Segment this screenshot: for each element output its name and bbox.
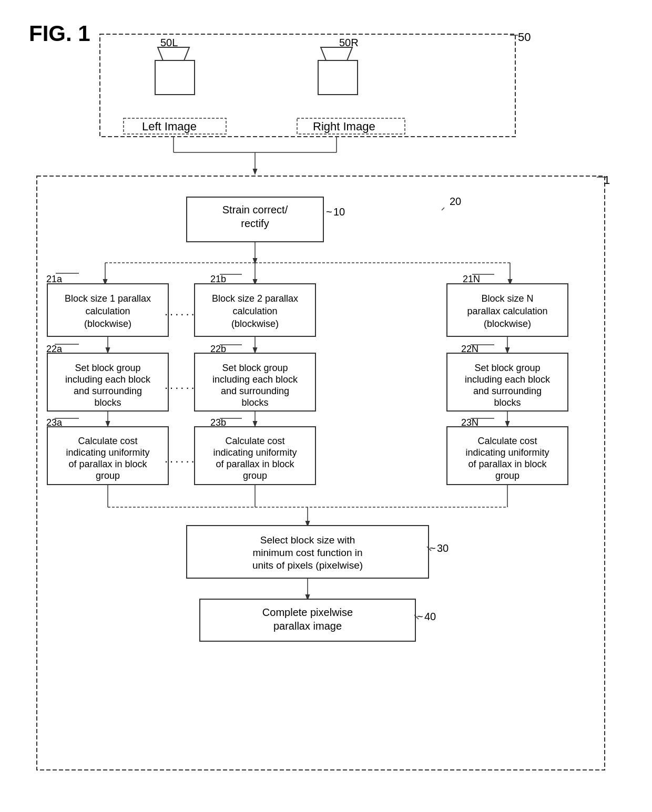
svg-line-24	[442, 208, 444, 210]
svg-text:Right Image: Right Image	[313, 120, 375, 133]
svg-rect-41	[47, 427, 168, 485]
svg-text:10: 10	[333, 206, 345, 218]
svg-rect-63	[447, 427, 568, 485]
svg-text:Block size 1 parallax: Block size 1 parallax	[65, 293, 151, 304]
svg-line-80	[414, 615, 419, 619]
svg-text:group: group	[243, 470, 267, 481]
svg-text:21b: 21b	[210, 274, 226, 284]
svg-text:Calculate cost: Calculate cost	[477, 436, 537, 446]
svg-text:indicating uniformity: indicating uniformity	[465, 447, 549, 458]
svg-text:and surrounding: and surrounding	[74, 386, 142, 396]
svg-line-75	[427, 547, 431, 551]
svg-rect-52	[195, 427, 315, 485]
svg-text:(blockwise): (blockwise)	[84, 318, 131, 329]
svg-text:23a: 23a	[46, 417, 63, 428]
svg-text:Set block group: Set block group	[474, 363, 540, 373]
svg-text:of parallax in block: of parallax in block	[468, 459, 547, 469]
svg-text:parallax image: parallax image	[273, 620, 342, 632]
svg-text:......: ......	[165, 305, 197, 318]
svg-text:indicating uniformity: indicating uniformity	[213, 447, 297, 458]
svg-text:(blockwise): (blockwise)	[231, 318, 279, 329]
svg-text:~: ~	[417, 611, 423, 622]
svg-text:including each block: including each block	[465, 374, 551, 385]
svg-text:minimum cost function in: minimum cost function in	[252, 547, 362, 558]
svg-rect-77	[200, 599, 415, 641]
svg-rect-12	[297, 118, 405, 134]
svg-text:calculation: calculation	[85, 306, 130, 316]
svg-rect-4	[155, 60, 195, 95]
svg-text:group: group	[96, 470, 120, 481]
svg-text:Set block group: Set block group	[222, 363, 288, 373]
svg-text:......: ......	[165, 378, 197, 392]
svg-text:50: 50	[518, 30, 531, 44]
svg-text:22b: 22b	[210, 344, 226, 354]
svg-rect-7	[318, 60, 358, 95]
svg-text:50R: 50R	[339, 37, 359, 48]
svg-rect-44	[195, 284, 315, 336]
svg-text:40: 40	[424, 611, 436, 622]
svg-marker-3	[158, 47, 189, 60]
svg-text:Calculate cost: Calculate cost	[225, 436, 284, 446]
svg-rect-72	[187, 526, 429, 578]
svg-rect-0	[100, 34, 515, 137]
svg-text:Set block group: Set block group	[75, 363, 140, 373]
svg-text:......: ......	[165, 452, 197, 465]
svg-text:21a: 21a	[46, 274, 63, 284]
svg-text:and surrounding: and surrounding	[221, 386, 289, 396]
svg-text:Block size N: Block size N	[481, 293, 533, 304]
svg-text:including each block: including each block	[212, 374, 298, 385]
svg-rect-33	[47, 284, 168, 336]
figure-label: FIG. 1	[29, 21, 90, 46]
svg-text:Complete pixelwise: Complete pixelwise	[262, 607, 353, 618]
svg-text:1: 1	[604, 173, 610, 187]
svg-rect-59	[447, 353, 568, 411]
svg-text:blocks: blocks	[94, 397, 121, 408]
svg-text:22N: 22N	[461, 344, 478, 354]
svg-rect-48	[195, 353, 315, 411]
svg-marker-6	[321, 47, 352, 60]
svg-text:units of pixels (pixelwise): units of pixels (pixelwise)	[252, 560, 363, 571]
svg-text:indicating uniformity: indicating uniformity	[66, 447, 149, 458]
svg-text:Select block size with: Select block size with	[260, 535, 355, 546]
svg-text:blocks: blocks	[494, 397, 521, 408]
svg-text:and surrounding: and surrounding	[473, 386, 542, 396]
svg-text:30: 30	[437, 542, 449, 554]
svg-text:~: ~	[326, 206, 332, 218]
svg-text:22a: 22a	[46, 344, 63, 354]
svg-text:group: group	[495, 470, 519, 481]
svg-text:of parallax in block: of parallax in block	[216, 459, 294, 469]
svg-text:23N: 23N	[461, 417, 478, 428]
svg-text:rectify: rectify	[241, 218, 269, 229]
svg-text:Left Image: Left Image	[142, 120, 197, 133]
svg-text:parallax calculation: parallax calculation	[467, 306, 547, 316]
svg-text:of parallax in block: of parallax in block	[68, 459, 147, 469]
svg-rect-55	[447, 284, 568, 336]
svg-text:blocks: blocks	[241, 397, 268, 408]
svg-text:including each block: including each block	[65, 374, 151, 385]
svg-rect-17	[37, 176, 605, 770]
svg-rect-37	[47, 353, 168, 411]
svg-text:~: ~	[430, 542, 436, 554]
svg-text:21N: 21N	[463, 274, 480, 284]
svg-text:20: 20	[450, 196, 461, 207]
svg-text:Block size 2 parallax: Block size 2 parallax	[212, 293, 298, 304]
svg-rect-20	[187, 197, 323, 242]
svg-rect-11	[124, 118, 226, 134]
svg-text:calculation: calculation	[232, 306, 277, 316]
svg-text:Strain correct/: Strain correct/	[222, 204, 288, 215]
svg-text:50L: 50L	[160, 37, 178, 48]
svg-text:23b: 23b	[210, 417, 226, 428]
svg-text:(blockwise): (blockwise)	[484, 318, 531, 329]
svg-text:Calculate cost: Calculate cost	[78, 436, 137, 446]
